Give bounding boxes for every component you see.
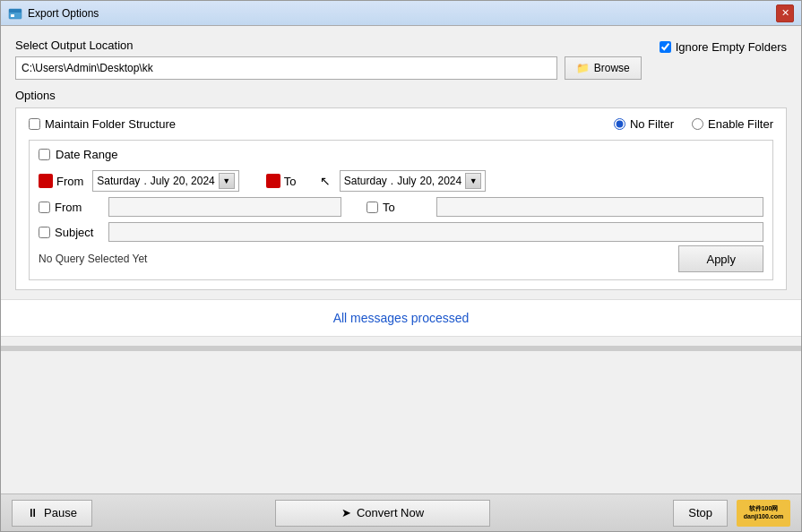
output-location-section: Select Output Location 📁 Browse <box>15 39 642 80</box>
filter-radios: No Filter Enable Filter <box>614 117 773 131</box>
title-bar: Export Options ✕ <box>1 1 801 26</box>
from-month: July <box>151 175 169 187</box>
to-year: 20, 2024 <box>420 175 462 187</box>
pause-label: Pause <box>44 506 77 519</box>
title-bar-text: Export Options <box>28 7 776 20</box>
messages-text: All messages processed <box>333 311 470 325</box>
main-content: Select Output Location 📁 Browse Ignore E… <box>1 26 801 493</box>
ignore-empty-checkbox[interactable] <box>660 41 671 53</box>
browse-label: Browse <box>594 62 630 74</box>
options-label: Options <box>15 89 787 102</box>
subject-field-row: Subject <box>39 222 763 242</box>
no-filter-option[interactable]: No Filter <box>614 117 674 131</box>
date-range-label: Date Range <box>56 148 117 161</box>
from-field-checkbox[interactable] <box>39 202 50 213</box>
from-date-picker[interactable]: Saturday . July 20, 2024 ▼ <box>92 170 238 192</box>
subject-label[interactable]: Subject <box>39 226 101 239</box>
from-year: 20, 2024 <box>173 175 215 187</box>
to-date-label: To <box>266 174 311 188</box>
progress-fill <box>1 346 801 351</box>
options-box: Maintain Folder Structure No Filter Enab… <box>15 107 787 290</box>
stop-button[interactable]: Stop <box>673 500 728 527</box>
enable-filter-option[interactable]: Enable Filter <box>692 117 773 131</box>
path-input[interactable] <box>15 56 557 80</box>
from-field-row: From To <box>39 197 763 217</box>
top-section: Select Output Location 📁 Browse Ignore E… <box>15 39 787 80</box>
to-date-picker[interactable]: Saturday . July 20, 2024 ▼ <box>340 170 486 192</box>
to-field-text: To <box>383 201 395 214</box>
messages-bar: All messages processed <box>1 299 801 337</box>
path-row: 📁 Browse <box>15 56 642 80</box>
subject-text: Subject <box>55 226 93 239</box>
from-label-text: From <box>56 175 83 188</box>
filter-fields: From To <box>39 197 763 242</box>
logo-badge: 软件100网danji100.com <box>737 500 790 527</box>
no-query-text: No Query Selected Yet <box>39 253 147 265</box>
convert-label: Convert Now <box>357 506 424 519</box>
stop-label: Stop <box>688 506 712 519</box>
to-sep1: . <box>391 175 393 187</box>
cursor-icon: ↖ <box>320 174 331 188</box>
to-month: July <box>397 175 416 187</box>
svg-rect-2 <box>11 14 14 17</box>
subject-checkbox[interactable] <box>39 227 50 238</box>
to-field-label[interactable]: To <box>367 201 429 214</box>
from-field-text: From <box>55 201 82 214</box>
from-field-input[interactable] <box>108 197 341 217</box>
options-section: Options Maintain Folder Structure No Fil… <box>15 89 787 290</box>
to-field-input[interactable] <box>436 197 763 217</box>
output-location-label: Select Output Location <box>15 39 642 52</box>
from-date-dropdown[interactable]: ▼ <box>219 173 235 189</box>
apply-button[interactable]: Apply <box>678 245 763 272</box>
browse-button[interactable]: 📁 Browse <box>565 56 642 80</box>
progress-bar-area <box>1 346 801 351</box>
window-icon <box>8 6 22 21</box>
ignore-empty-checkbox-label[interactable]: Ignore Empty Folders <box>660 40 787 54</box>
folder-icon: 📁 <box>576 62 590 74</box>
no-filter-label: No Filter <box>630 117 674 131</box>
to-date-dropdown[interactable]: ▼ <box>465 173 481 189</box>
date-row: From Saturday . July 20, 2024 ▼ <box>39 170 763 192</box>
from-calendar-icon <box>39 174 53 188</box>
close-button[interactable]: ✕ <box>776 4 794 22</box>
options-top-row: Maintain Folder Structure No Filter Enab… <box>29 117 773 131</box>
ignore-empty-label: Ignore Empty Folders <box>676 40 787 54</box>
from-date-label: From <box>39 174 83 188</box>
to-day: Saturday <box>344 175 387 187</box>
pause-icon: ⏸ <box>27 506 39 519</box>
bottom-bar: ⏸ Pause ➤ Convert Now Stop 软件100网danji10… <box>1 493 801 531</box>
svg-rect-1 <box>9 9 22 13</box>
date-range-section: Date Range From Saturday . July <box>29 140 773 280</box>
maintain-folder-label[interactable]: Maintain Folder Structure <box>29 117 176 131</box>
from-sep1: . <box>143 175 146 187</box>
to-calendar-icon <box>266 174 280 188</box>
convert-now-button[interactable]: ➤ Convert Now <box>275 500 490 527</box>
enable-filter-radio[interactable] <box>692 118 703 130</box>
convert-icon: ➤ <box>341 506 351 519</box>
maintain-folder-text: Maintain Folder Structure <box>45 117 176 131</box>
to-label-text: To <box>284 175 297 188</box>
maintain-folder-checkbox[interactable] <box>29 118 40 130</box>
export-options-window: Export Options ✕ Select Output Location … <box>0 0 802 532</box>
from-field-label[interactable]: From <box>39 201 101 214</box>
bottom-filter-row: No Query Selected Yet Apply <box>39 245 763 272</box>
subject-input[interactable] <box>108 222 763 242</box>
pause-button[interactable]: ⏸ Pause <box>12 500 92 527</box>
enable-filter-label: Enable Filter <box>708 117 773 131</box>
to-field-checkbox[interactable] <box>367 202 378 213</box>
from-day: Saturday <box>97 175 140 187</box>
date-range-checkbox[interactable] <box>39 149 50 160</box>
no-filter-radio[interactable] <box>614 118 625 130</box>
date-range-header: Date Range <box>39 148 763 161</box>
